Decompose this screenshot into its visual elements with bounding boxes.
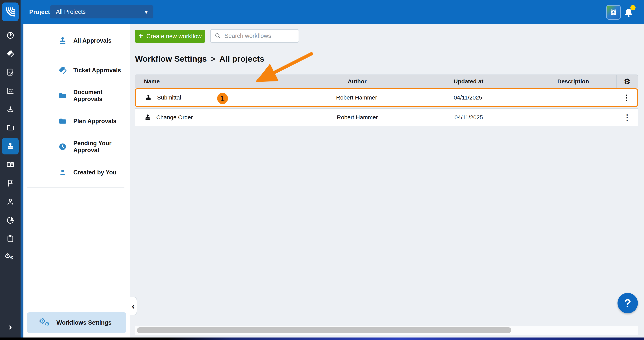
sidebar-item-plan-approvals[interactable]: Plan Approvals bbox=[24, 115, 130, 127]
sidebar-divider bbox=[27, 308, 124, 308]
breadcrumb: Workflow Settings > All projects bbox=[135, 54, 264, 64]
rail-item-flags[interactable] bbox=[0, 179, 20, 187]
logo-arcs-icon bbox=[4, 6, 16, 18]
sidebar-collapse-button[interactable]: ‹ bbox=[130, 297, 137, 315]
rail-item-tags[interactable] bbox=[0, 50, 20, 58]
step-number: 1 bbox=[220, 94, 225, 103]
person-icon bbox=[58, 168, 67, 177]
column-header-description[interactable]: Description bbox=[530, 78, 616, 85]
folder-icon bbox=[58, 91, 67, 100]
rail-item-analytics[interactable] bbox=[0, 216, 20, 224]
stamp-icon bbox=[6, 142, 14, 150]
document-edit-icon bbox=[6, 68, 14, 77]
sidebar-item-label: Plan Approvals bbox=[73, 118, 116, 125]
row-menu-kebab-icon[interactable]: ⋮ bbox=[622, 93, 630, 102]
chevron-down-icon: ▾ bbox=[145, 9, 148, 15]
sidebar-item-label: Ticket Approvals bbox=[73, 67, 121, 74]
flag-icon bbox=[6, 179, 14, 187]
clipboard-icon bbox=[6, 234, 14, 243]
notifications-button[interactable] bbox=[622, 6, 636, 19]
sidebar-item-pending-your-approval[interactable]: Pending Your Approval bbox=[24, 141, 130, 153]
buildings-icon bbox=[6, 160, 14, 169]
sidebar-item-label: Document Approvals bbox=[73, 89, 130, 103]
pie-chart-icon bbox=[6, 216, 14, 224]
top-bar: Project All Projects ▾ bbox=[20, 0, 644, 24]
rail-item-settings[interactable]: ⚙⚙ bbox=[0, 253, 20, 261]
create-new-workflow-label: Create new workflow bbox=[146, 33, 202, 40]
rail-item-approvals-active[interactable] bbox=[0, 142, 20, 150]
stamp-icon bbox=[58, 36, 67, 45]
workflow-author: Robert Hammer bbox=[308, 114, 407, 121]
sidebar-item-label: All Approvals bbox=[73, 37, 112, 44]
search-icon bbox=[214, 33, 222, 39]
stamp-icon bbox=[144, 114, 151, 121]
sidebar-item-document-approvals[interactable]: Document Approvals bbox=[24, 90, 130, 102]
workflow-updated-at: 04/11/2025 bbox=[406, 94, 529, 101]
column-header-author[interactable]: Author bbox=[307, 78, 407, 85]
rail-expand-button[interactable]: › bbox=[0, 322, 20, 332]
table-header-row: Name Author Updated at Description ⚙ bbox=[135, 75, 638, 88]
workflow-author: Robert Hammer bbox=[307, 94, 406, 101]
rail-item-documents[interactable] bbox=[0, 124, 20, 132]
search-input[interactable] bbox=[224, 32, 294, 40]
rail-item-dashboard[interactable] bbox=[0, 31, 20, 40]
sidebar-accent-strip bbox=[20, 24, 24, 337]
app-window: ⚙⚙ › Project All Projects ▾ All Approval… bbox=[0, 0, 644, 340]
annotation-step-badge: 1 bbox=[217, 93, 228, 104]
sidebar-item-label: Created by You bbox=[73, 169, 116, 176]
stamp-icon bbox=[145, 94, 152, 101]
rail-item-schedule[interactable] bbox=[0, 87, 20, 95]
breadcrumb-current: All projects bbox=[219, 54, 264, 64]
workflow-name: Submittal bbox=[157, 94, 181, 101]
gears-icon: ⚙⚙ bbox=[39, 317, 52, 328]
sidebar-item-created-by-you[interactable]: Created by You bbox=[24, 166, 130, 179]
folder-icon bbox=[58, 117, 67, 126]
project-label: Project bbox=[29, 0, 50, 24]
workflow-search bbox=[210, 29, 299, 43]
rail-item-companies[interactable] bbox=[0, 160, 20, 169]
horizontal-scrollbar bbox=[135, 325, 638, 335]
notification-dot bbox=[630, 5, 636, 10]
sidebar-item-label: Pending Your Approval bbox=[73, 140, 130, 154]
workflow-updated-at: 04/11/2025 bbox=[407, 114, 530, 121]
rail-item-users[interactable] bbox=[0, 197, 20, 206]
app-logo[interactable] bbox=[2, 3, 18, 21]
approvals-sidebar: All Approvals Ticket Approvals Document … bbox=[24, 24, 130, 337]
sidebar-item-workflows-settings[interactable]: ⚙⚙ Workflows Settings bbox=[27, 312, 126, 333]
folder-icon bbox=[6, 124, 14, 132]
chevron-left-icon: ‹ bbox=[132, 301, 134, 311]
sidebar-item-label: Workflows Settings bbox=[56, 319, 112, 326]
person-location-icon bbox=[6, 105, 14, 113]
table-settings-gear-icon[interactable]: ⚙ bbox=[616, 75, 638, 88]
tags-icon bbox=[58, 66, 67, 75]
workflow-name: Change Order bbox=[156, 114, 193, 121]
clock-icon bbox=[58, 142, 67, 151]
gauge-icon bbox=[6, 31, 14, 40]
desktop-edge bbox=[0, 337, 644, 340]
table-row-submittal[interactable]: Submittal Robert Hammer 04/11/2025 ⋮ bbox=[135, 88, 638, 107]
sidebar-item-all-approvals[interactable]: All Approvals bbox=[24, 35, 130, 47]
chevron-right-icon: › bbox=[9, 321, 12, 332]
tags-icon bbox=[6, 50, 14, 58]
annotation-arrow bbox=[130, 24, 644, 337]
chart-icon bbox=[6, 87, 14, 95]
gears-icon: ⚙⚙ bbox=[4, 253, 16, 261]
help-button[interactable]: ? bbox=[618, 293, 638, 313]
sidebar-item-ticket-approvals[interactable]: Ticket Approvals bbox=[24, 64, 130, 77]
sidebar-divider bbox=[27, 54, 124, 54]
create-new-workflow-button[interactable]: + Create new workflow bbox=[135, 30, 205, 43]
scrollbar-thumb[interactable] bbox=[137, 327, 511, 333]
rail-item-daily-reports[interactable] bbox=[0, 68, 20, 77]
column-header-updated-at[interactable]: Updated at bbox=[407, 78, 530, 85]
breadcrumb-separator: > bbox=[211, 54, 216, 64]
person-icon bbox=[6, 197, 14, 206]
app-switcher-button[interactable] bbox=[606, 5, 621, 20]
column-header-name[interactable]: Name bbox=[135, 78, 307, 85]
table-row-change-order[interactable]: Change Order Robert Hammer 04/11/2025 ⋮ bbox=[135, 108, 638, 126]
project-select[interactable]: All Projects ▾ bbox=[50, 5, 154, 19]
row-menu-kebab-icon[interactable]: ⋮ bbox=[623, 113, 631, 122]
sidebar-divider bbox=[27, 187, 124, 187]
rail-item-crew[interactable] bbox=[0, 105, 20, 113]
rail-item-forms[interactable] bbox=[0, 234, 20, 243]
breadcrumb-root[interactable]: Workflow Settings bbox=[135, 54, 207, 64]
